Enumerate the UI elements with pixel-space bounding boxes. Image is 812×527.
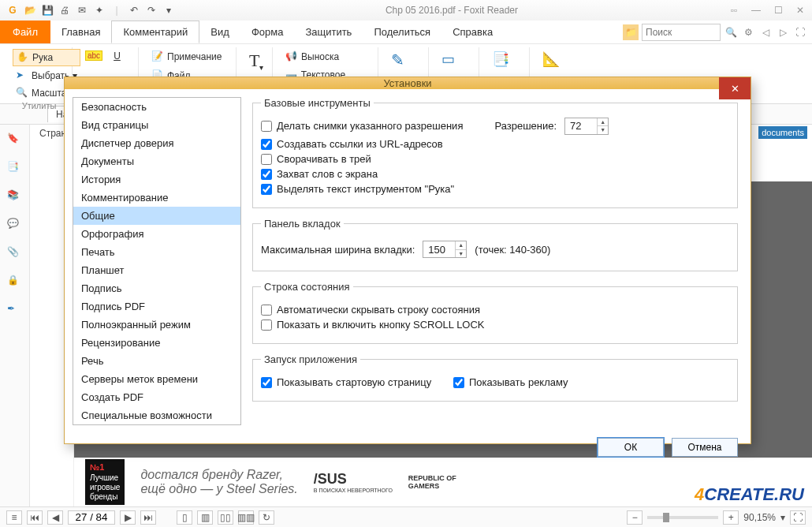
chk-tray[interactable]: Сворачивать в трей <box>261 153 729 165</box>
category-item[interactable]: Планшет <box>73 261 240 279</box>
cancel-button[interactable]: Отмена <box>672 438 738 457</box>
chk-hand-select[interactable]: Выделять текст инструментом "Рука" <box>261 183 729 195</box>
next-page-button[interactable]: ▶ <box>120 510 136 525</box>
category-item[interactable]: Подпись <box>73 279 240 297</box>
tab-view[interactable]: Вид <box>199 21 240 43</box>
maximize-icon[interactable]: ☐ <box>773 5 784 16</box>
rotate-button[interactable]: ↻ <box>259 510 274 525</box>
minimize-icon[interactable]: — <box>751 5 762 16</box>
continuous-facing-button[interactable]: ▥▥ <box>238 510 254 525</box>
prev-page-button[interactable]: ◀ <box>47 510 63 525</box>
layers-icon[interactable]: 📚 <box>7 189 23 205</box>
single-page-button[interactable]: ▯ <box>177 510 192 525</box>
category-item[interactable]: Специальные возможности <box>73 406 240 424</box>
chk-screen-words[interactable]: Захват слов с экрана <box>261 168 729 180</box>
save-icon[interactable]: 💾 <box>41 4 54 17</box>
security-icon[interactable]: 🔒 <box>7 275 23 290</box>
prev-icon[interactable]: ◁ <box>758 25 773 39</box>
redo-icon[interactable]: ↷ <box>145 4 158 17</box>
resolution-input[interactable]: 72 ▲▼ <box>564 118 609 135</box>
tab-comment[interactable]: Комментарий <box>111 21 199 43</box>
cursor-icon: ➤ <box>16 69 28 82</box>
tab-protect[interactable]: Защитить <box>294 21 363 43</box>
category-item[interactable]: Безопасность <box>73 98 240 116</box>
undo-icon[interactable]: ↶ <box>128 4 140 17</box>
fit-button[interactable]: ⛶ <box>790 510 806 525</box>
chk-ads[interactable]: Показывать рекламу <box>453 376 568 388</box>
note-tool[interactable]: 📝Примечание <box>148 49 225 65</box>
comments-icon[interactable]: 💬 <box>7 218 23 234</box>
spin-down-icon[interactable]: ▼ <box>455 250 466 258</box>
tab-share[interactable]: Поделиться <box>363 21 441 43</box>
facing-button[interactable]: ▯▯ <box>218 510 233 525</box>
search-folder-icon[interactable]: 📁 <box>623 24 639 40</box>
category-item[interactable]: История <box>73 170 240 189</box>
close-icon[interactable]: ✕ <box>795 5 806 16</box>
print-icon[interactable]: 🖨 <box>58 4 71 17</box>
callout-tool[interactable]: 📢Выноска <box>282 49 342 65</box>
category-item[interactable]: Полноэкранный режим <box>73 316 240 334</box>
stamp-tool[interactable]: 📑 <box>489 49 517 74</box>
maxwidth-input[interactable]: 150 ▲▼ <box>423 241 467 258</box>
hand-tool[interactable]: ✋Рука <box>13 49 80 66</box>
category-item[interactable]: Печать <box>73 243 240 261</box>
zoom-in-button[interactable]: + <box>723 510 739 525</box>
zoom-dropdown-icon[interactable]: ▾ <box>780 512 785 523</box>
chk-scrolllock[interactable]: Показать и включить кнопку SCROLL LOCK <box>261 319 729 331</box>
chk-url-links[interactable]: Создавать ссылки из URL-адресов <box>261 138 729 150</box>
attachments-icon[interactable]: 📎 <box>7 246 23 262</box>
gear-icon[interactable]: ⚙ <box>741 25 755 39</box>
ribbon-mode-icon[interactable]: ▫▫ <box>728 5 739 16</box>
open-icon[interactable]: 📂 <box>24 4 36 17</box>
bookmarks-icon[interactable]: 🔖 <box>7 133 23 148</box>
email-icon[interactable]: ✉ <box>76 4 88 17</box>
tab-file[interactable]: Файл <box>0 21 50 43</box>
highlight-tool[interactable]: abc <box>82 49 106 62</box>
ok-button[interactable]: ОК <box>598 438 664 457</box>
category-list[interactable]: БезопасностьВид страницыДиспетчер довери… <box>73 97 241 425</box>
chk-snapshots[interactable]: Делать снимки указанного разрешения <box>261 120 463 132</box>
dialog-close-button[interactable]: ✕ <box>719 77 751 99</box>
category-item[interactable]: Рецензирование <box>73 334 240 352</box>
tab-help[interactable]: Справка <box>441 21 504 43</box>
show-panel-button[interactable]: ≡ <box>6 510 22 525</box>
first-page-button[interactable]: ⏮ <box>27 510 43 525</box>
category-item[interactable]: Серверы меток времени <box>73 370 240 388</box>
chk-startpage[interactable]: Показывать стартовую страницу <box>261 376 431 388</box>
category-item[interactable]: Документы <box>73 152 240 170</box>
measure-tool[interactable]: 📐 <box>539 49 568 74</box>
group-launch: Запуск приложения Показывать стартовую с… <box>252 353 738 402</box>
continuous-button[interactable]: ▥ <box>197 510 213 525</box>
search-icon[interactable]: 🔍 <box>724 25 738 39</box>
new-icon[interactable]: ✦ <box>93 4 106 17</box>
category-item[interactable]: Речь <box>73 352 240 370</box>
qat-more-icon[interactable]: ▾ <box>162 4 175 17</box>
category-item[interactable]: Подпись PDF <box>73 297 240 316</box>
pages-icon[interactable]: 📑 <box>7 161 23 177</box>
next-icon[interactable]: ▷ <box>776 25 790 39</box>
spin-up-icon[interactable]: ▲ <box>597 118 608 127</box>
underline-tool[interactable]: U <box>110 49 124 63</box>
last-page-button[interactable]: ⏭ <box>140 510 156 525</box>
category-item[interactable]: Диспетчер доверия <box>73 134 240 152</box>
category-item[interactable]: Комментирование <box>73 189 240 207</box>
tab-home[interactable]: Главная <box>50 21 111 43</box>
search-input[interactable] <box>642 24 721 41</box>
spin-up-icon[interactable]: ▲ <box>455 241 466 250</box>
spin-down-icon[interactable]: ▼ <box>597 126 608 134</box>
page-input[interactable] <box>68 510 115 525</box>
fullscreen-icon[interactable]: ⛶ <box>793 25 807 39</box>
category-item[interactable]: Создать PDF <box>73 388 240 406</box>
zoom-slider[interactable] <box>647 516 718 519</box>
category-item[interactable]: Общие <box>73 207 240 225</box>
area-tool[interactable]: ▭ <box>438 49 467 74</box>
category-item[interactable]: Вид страницы <box>73 116 240 134</box>
typewriter-tool[interactable]: T▾ <box>246 49 274 74</box>
signatures-icon[interactable]: ✒ <box>7 303 23 319</box>
tab-form[interactable]: Форма <box>240 21 295 43</box>
callout-icon: 📢 <box>285 50 298 63</box>
zoom-out-button[interactable]: − <box>627 510 643 525</box>
category-item[interactable]: Орфография <box>73 225 240 243</box>
chk-autohide-status[interactable]: Автоматически скрывать строку состояния <box>261 304 729 316</box>
pencil-tool[interactable]: ✎ <box>388 49 416 74</box>
